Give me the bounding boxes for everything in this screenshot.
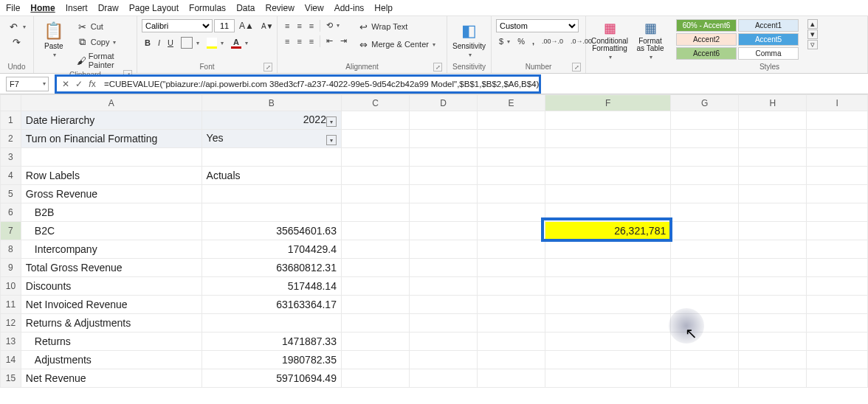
name-box[interactable]: F7 xyxy=(6,77,49,91)
cell-A8[interactable]: Intercompany xyxy=(21,240,202,259)
comma-format-button[interactable]: , xyxy=(529,35,537,47)
number-format-select[interactable]: Custom xyxy=(496,19,579,32)
row-header-15[interactable]: 15 xyxy=(1,369,21,388)
cell-G11[interactable] xyxy=(671,296,739,314)
cell-G10[interactable] xyxy=(671,277,739,296)
cell-B14[interactable]: 1980782.35 xyxy=(202,351,341,369)
formula-bar-input[interactable]: =CUBEVALUE("pbiazure://api.powerbi.com 3… xyxy=(101,80,539,88)
font-color-button[interactable]: A xyxy=(228,36,251,50)
row-header-6[interactable]: 6 xyxy=(1,203,21,222)
cell-G13[interactable] xyxy=(671,332,739,351)
cell-C14[interactable] xyxy=(341,351,409,369)
insert-function-button[interactable]: fx xyxy=(86,79,98,89)
cell-B7[interactable]: 35654601.63 xyxy=(202,222,341,240)
cell-D10[interactable] xyxy=(410,277,478,296)
merge-center-button[interactable]: ⇔Merge & Center xyxy=(354,37,438,52)
fill-color-button[interactable] xyxy=(204,36,227,50)
cell-C10[interactable] xyxy=(341,277,409,296)
cell-F1[interactable] xyxy=(545,111,671,130)
style-swatch-60-accent6[interactable]: 60% - Accent6 xyxy=(676,19,737,32)
cell-A5[interactable]: Gross Revenue xyxy=(21,185,202,203)
cell-F6[interactable] xyxy=(545,203,671,222)
cell-D13[interactable] xyxy=(410,332,478,351)
cell-E10[interactable] xyxy=(478,277,545,296)
sensitivity-button[interactable]: ◧ Sensitivity xyxy=(452,19,486,60)
cell-I6[interactable] xyxy=(807,203,868,222)
cell-G5[interactable] xyxy=(671,185,739,203)
cell-B2[interactable]: Yes▾ xyxy=(202,130,341,148)
cell-C12[interactable] xyxy=(341,314,409,332)
row-header-11[interactable]: 11 xyxy=(1,296,21,314)
cell-B10[interactable]: 517448.14 xyxy=(202,277,341,296)
cell-B9[interactable]: 63680812.31 xyxy=(202,259,341,277)
format-painter-button[interactable]: 🖌Format Painter xyxy=(74,50,132,71)
cell-I1[interactable] xyxy=(807,111,868,130)
menu-item-page-layout[interactable]: Page Layout xyxy=(129,3,179,13)
cell-A3[interactable] xyxy=(21,148,202,167)
cell-H12[interactable] xyxy=(739,314,807,332)
cell-I2[interactable] xyxy=(807,130,868,148)
cell-E5[interactable] xyxy=(478,185,545,203)
cell-I15[interactable] xyxy=(807,369,868,388)
cell-A9[interactable]: Total Gross Revenue xyxy=(21,259,202,277)
cell-B1[interactable]: 2022▾ xyxy=(202,111,341,130)
cell-B6[interactable] xyxy=(202,203,341,222)
row-header-3[interactable]: 3 xyxy=(1,148,21,167)
align-left-button[interactable]: ≡ xyxy=(282,35,292,47)
cell-I14[interactable] xyxy=(807,351,868,369)
cell-C7[interactable] xyxy=(341,222,409,240)
menu-item-file[interactable]: File xyxy=(6,3,20,13)
paste-button[interactable]: 📋 Paste xyxy=(38,19,69,60)
decrease-indent-button[interactable]: ⇤ xyxy=(323,35,336,47)
alignment-dialog-launcher[interactable]: ⤢ xyxy=(433,63,442,72)
col-header-E[interactable]: E xyxy=(478,95,545,111)
cell-A13[interactable]: Returns xyxy=(21,332,202,351)
filter-handle-b2[interactable]: ▾ xyxy=(326,135,337,145)
cell-H11[interactable] xyxy=(739,296,807,314)
cell-H15[interactable] xyxy=(739,369,807,388)
cell-G12[interactable] xyxy=(671,314,739,332)
menu-item-help[interactable]: Help xyxy=(374,3,393,13)
cell-H3[interactable] xyxy=(739,148,807,167)
cell-F9[interactable] xyxy=(545,259,671,277)
cell-F8[interactable] xyxy=(545,240,671,259)
cell-E13[interactable] xyxy=(478,332,545,351)
cell-A4[interactable]: Row Labels xyxy=(21,167,202,185)
cell-I9[interactable] xyxy=(807,259,868,277)
cell-B5[interactable] xyxy=(202,185,341,203)
cell-H1[interactable] xyxy=(739,111,807,130)
align-bottom-button[interactable]: ≡ xyxy=(306,20,317,32)
increase-font-button[interactable]: A▲ xyxy=(236,19,257,32)
cell-C2[interactable] xyxy=(341,130,409,148)
cell-H10[interactable] xyxy=(739,277,807,296)
cell-D1[interactable] xyxy=(410,111,478,130)
cell-B15[interactable]: 59710694.49 xyxy=(202,369,341,388)
format-as-table-button[interactable]: ▦ Format as Table xyxy=(633,19,667,60)
redo-button[interactable]: ↷ xyxy=(8,35,26,49)
cell-B13[interactable]: 1471887.33 xyxy=(202,332,341,351)
style-swatch-comma[interactable]: Comma xyxy=(738,47,799,60)
cell-A15[interactable]: Net Revenue xyxy=(21,369,202,388)
cell-G9[interactable] xyxy=(671,259,739,277)
cell-G1[interactable] xyxy=(671,111,739,130)
font-size-input[interactable] xyxy=(214,19,235,32)
menu-item-insert[interactable]: Insert xyxy=(66,3,88,13)
cell-D5[interactable] xyxy=(410,185,478,203)
styles-more[interactable]: ▿ xyxy=(807,40,818,49)
cell-C1[interactable] xyxy=(341,111,409,130)
cell-H13[interactable] xyxy=(739,332,807,351)
cell-D14[interactable] xyxy=(410,351,478,369)
enter-formula-button[interactable]: ✓ xyxy=(73,79,85,89)
cell-E4[interactable] xyxy=(478,167,545,185)
col-header-B[interactable]: B xyxy=(202,95,341,111)
cell-D2[interactable] xyxy=(410,130,478,148)
menu-item-view[interactable]: View xyxy=(305,3,324,13)
col-header-A[interactable]: A xyxy=(21,95,202,111)
cell-B11[interactable]: 63163364.17 xyxy=(202,296,341,314)
col-header-H[interactable]: H xyxy=(739,95,807,111)
cell-D8[interactable] xyxy=(410,240,478,259)
italic-button[interactable]: I xyxy=(155,37,163,49)
menu-item-add-ins[interactable]: Add-ins xyxy=(334,3,365,13)
cell-H9[interactable] xyxy=(739,259,807,277)
cell-G4[interactable] xyxy=(671,167,739,185)
